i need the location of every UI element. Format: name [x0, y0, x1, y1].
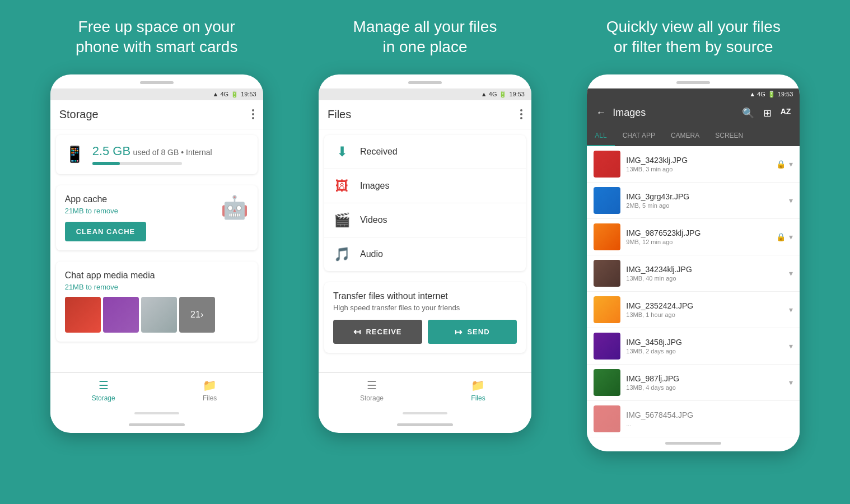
- files-nav-label-1: Files: [203, 394, 217, 402]
- nav-storage[interactable]: ☰ Storage: [50, 373, 157, 408]
- img-thumb-7: [594, 369, 620, 396]
- search-icon[interactable]: 🔍: [742, 107, 754, 119]
- img-info-8: IMG_5678454.JPG ...: [626, 410, 793, 427]
- media-thumb-3[interactable]: [141, 297, 177, 333]
- storage-menu-button[interactable]: [252, 109, 254, 119]
- nav-files-1[interactable]: 📁 Files: [157, 373, 263, 408]
- files-nav-icon-1: 📁: [203, 379, 217, 392]
- img-info-6: IMG_3458j.JPG 13MB, 2 days ago: [626, 338, 783, 354]
- panel-storage: Free up space on your phone with smart c…: [34, 17, 280, 433]
- img-thumb-8: [594, 405, 620, 432]
- storage-info: 2.5 GB used of 8 GB • Internal: [92, 144, 249, 165]
- image-item-2[interactable]: IMG_3grg43r.JPG 2MB, 5 min ago ▾: [587, 183, 800, 219]
- grid-icon[interactable]: ⊞: [763, 107, 772, 119]
- phone-home-bar-2: [403, 412, 447, 414]
- images-header-title: Images: [613, 107, 735, 119]
- img-meta-3: 9MB, 12 min ago: [626, 239, 770, 245]
- panel-files-title: Manage all your files in one place: [353, 17, 497, 58]
- image-list: IMG_3423klj.JPG 13MB, 3 min ago 🔒 ▾ IMG_…: [587, 146, 800, 437]
- img-meta-7: 13MB, 4 days ago: [626, 384, 783, 391]
- transfer-subtitle: High speed transfer files to your friend…: [333, 304, 517, 312]
- panel-files: Manage all your files in one place ▲ 4G …: [302, 17, 548, 433]
- received-icon: ⬇: [333, 144, 351, 160]
- receive-arrow-icon: ↤: [353, 326, 361, 337]
- image-item-7[interactable]: IMG_987lj.JPG 13MB, 4 days ago ▾: [587, 365, 800, 401]
- storage-card: 📱 2.5 GB used of 8 GB • Internal: [56, 135, 258, 174]
- storage-header-title: Storage: [59, 108, 99, 121]
- file-item-videos[interactable]: 🎬 Videos: [324, 203, 526, 237]
- img-name-2: IMG_3grg43r.JPG: [626, 192, 783, 201]
- img-thumb-3: [594, 223, 620, 250]
- img-actions-6: ▾: [789, 342, 793, 351]
- bottom-nav-storage: ☰ Storage 📁 Files: [50, 372, 263, 408]
- storage-nav-label: Storage: [92, 394, 115, 402]
- battery-icon-2: 🔋: [499, 91, 507, 98]
- img-meta-6: 13MB, 2 days ago: [626, 348, 783, 354]
- battery-icon-3: 🔋: [768, 91, 776, 98]
- img-name-3: IMG_9876523klj.JPG: [626, 228, 770, 237]
- filter-tab-screen[interactable]: SCREEN: [707, 126, 751, 146]
- nav-files-2[interactable]: 📁 Files: [425, 373, 531, 408]
- file-item-images[interactable]: 🖼 Images: [324, 169, 526, 203]
- image-item-5[interactable]: IMG_2352424.JPG 13MB, 1 hour ago ▾: [587, 292, 800, 328]
- img-name-8: IMG_5678454.JPG: [626, 410, 793, 419]
- img-name-6: IMG_3458j.JPG: [626, 338, 783, 347]
- received-label: Received: [360, 147, 398, 157]
- status-bar-3: ▲ 4G 🔋 19:53: [587, 88, 800, 100]
- filter-tab-all[interactable]: ALL: [587, 126, 614, 146]
- storage-used-text: used of 8 GB • Internal: [133, 148, 212, 157]
- image-item-8[interactable]: IMG_5678454.JPG ...: [587, 401, 800, 437]
- chevron-icon-5[interactable]: ▾: [789, 305, 793, 314]
- chevron-icon-7[interactable]: ▾: [789, 378, 793, 387]
- file-item-received[interactable]: ⬇ Received: [324, 135, 526, 169]
- image-item-4[interactable]: IMG_34234klj.JPG 13MB, 40 min ago ▾: [587, 255, 800, 292]
- img-name-1: IMG_3423klj.JPG: [626, 156, 770, 165]
- clean-cache-button[interactable]: CLEAN CACHE: [65, 222, 147, 241]
- files-header-title: Files: [328, 108, 351, 121]
- img-thumb-4: [594, 260, 620, 287]
- storage-nav-icon: ☰: [99, 379, 109, 392]
- az-sort-icon[interactable]: AZ: [781, 107, 791, 119]
- storage-nav-icon-2: ☰: [367, 379, 377, 392]
- filter-tab-camera[interactable]: CAMERA: [663, 126, 707, 146]
- panel-images-title: Quickly view all your files or filter th…: [606, 17, 781, 58]
- status-icons-2: ▲ 4G 🔋 19:53: [481, 91, 525, 98]
- signal-icon-2: ▲ 4G: [481, 91, 497, 97]
- receive-button[interactable]: ↤ RECEIVE: [333, 320, 422, 344]
- storage-gb-value: 2.5 GB: [92, 144, 130, 158]
- phone-files: ▲ 4G 🔋 19:53 Files ⬇ Received 🖼 Images 🎬: [319, 74, 531, 433]
- chevron-icon-1[interactable]: ▾: [789, 160, 793, 169]
- files-nav-label-2: Files: [471, 394, 485, 402]
- img-info-1: IMG_3423klj.JPG 13MB, 3 min ago: [626, 156, 770, 172]
- signal-icon-1: ▲ 4G: [213, 91, 229, 97]
- img-thumb-1: [594, 151, 620, 178]
- videos-label: Videos: [360, 215, 387, 225]
- image-item-3[interactable]: IMG_9876523klj.JPG 9MB, 12 min ago 🔒 ▾: [587, 219, 800, 255]
- img-info-2: IMG_3grg43r.JPG 2MB, 5 min ago: [626, 192, 783, 209]
- chevron-icon-6[interactable]: ▾: [789, 342, 793, 351]
- phone-icon: 📱: [65, 145, 85, 164]
- send-button[interactable]: ↦ SEND: [428, 320, 517, 344]
- audio-icon: 🎵: [333, 246, 351, 262]
- media-thumb-more[interactable]: 21 ›: [179, 297, 215, 333]
- img-name-7: IMG_987lj.JPG: [626, 374, 783, 383]
- nav-storage-2[interactable]: ☰ Storage: [319, 373, 425, 408]
- media-thumb-2[interactable]: [103, 297, 139, 333]
- media-thumb-1[interactable]: [65, 297, 101, 333]
- files-menu-button[interactable]: [520, 109, 522, 119]
- chevron-icon-2[interactable]: ▾: [789, 196, 793, 205]
- lock-icon-1: 🔒: [776, 160, 786, 169]
- img-name-5: IMG_2352424.JPG: [626, 301, 783, 310]
- image-item-6[interactable]: IMG_3458j.JPG 13MB, 2 days ago ▾: [587, 328, 800, 365]
- img-meta-8: ...: [626, 421, 793, 427]
- status-icons-1: ▲ 4G 🔋 19:53: [213, 91, 256, 98]
- file-item-audio[interactable]: 🎵 Audio: [324, 237, 526, 271]
- filter-tab-chat[interactable]: CHAT APP: [615, 126, 663, 146]
- image-item-1[interactable]: IMG_3423klj.JPG 13MB, 3 min ago 🔒 ▾: [587, 146, 800, 183]
- files-nav-icon-2: 📁: [471, 379, 485, 392]
- chevron-icon-3[interactable]: ▾: [789, 232, 793, 241]
- panel-storage-title: Free up space on your phone with smart c…: [76, 17, 237, 58]
- receive-button-label: RECEIVE: [366, 328, 401, 336]
- back-button[interactable]: ←: [596, 107, 606, 119]
- chevron-icon-4[interactable]: ▾: [789, 269, 793, 278]
